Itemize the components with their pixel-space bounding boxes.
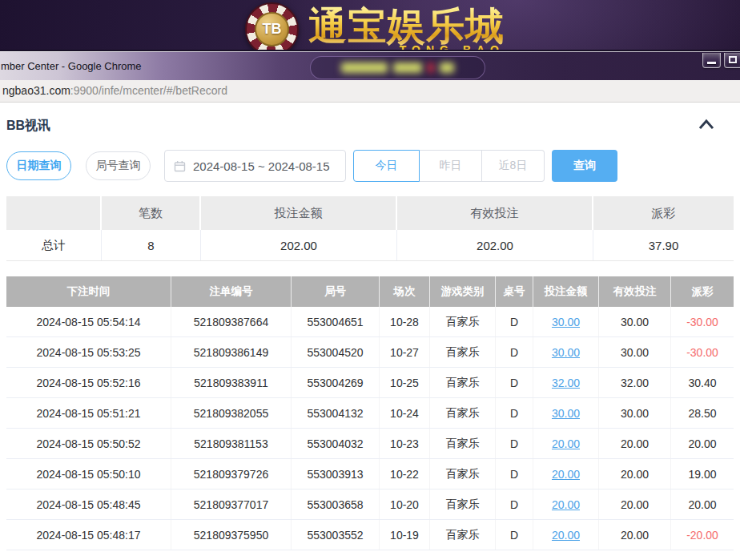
table-row: 2024-08-15 05:52:16521809383911553004269… xyxy=(6,368,734,398)
cell-payout: -20.00 xyxy=(671,520,734,550)
table-body: 2024-08-15 05:54:14521809387664553004651… xyxy=(6,307,734,550)
minimize-icon xyxy=(707,62,716,64)
cell-bet-time: 2024-08-15 05:50:52 xyxy=(6,429,171,458)
blurred-text-blob xyxy=(440,62,454,73)
cell-bet-amount[interactable]: 30.00 xyxy=(533,337,599,367)
casino-chip-icon: TB xyxy=(245,2,299,56)
table-row: 2024-08-15 05:53:25521809386149553004520… xyxy=(6,337,734,368)
cell-payout: -30.00 xyxy=(671,337,734,367)
chrome-urlbar[interactable]: ngbao31.com:9900/infe/mcenter/#/betRecor… xyxy=(0,80,740,103)
summary-table: 笔数投注金额有效投注派彩 总计8202.00202.0037.90 xyxy=(6,196,734,261)
cell-valid-bet: 20.00 xyxy=(599,429,671,458)
blurred-text-blob xyxy=(428,62,434,73)
cell-valid-bet: 30.00 xyxy=(599,398,671,428)
cell-game-type: 百家乐 xyxy=(430,398,496,428)
cell-session: 10-25 xyxy=(380,368,430,397)
cell-round-no: 553004032 xyxy=(292,429,380,458)
column-header-session: 场次 xyxy=(380,276,430,307)
cell-payout: 28.50 xyxy=(671,398,734,428)
cell-session: 10-28 xyxy=(380,307,430,336)
column-header-table-no: 桌号 xyxy=(496,276,533,307)
maximize-button[interactable] xyxy=(724,53,740,68)
summary-col-header xyxy=(6,196,102,230)
cell-payout: 30.40 xyxy=(671,368,734,397)
blurred-text-blob xyxy=(341,62,388,73)
cell-table-no: D xyxy=(496,398,533,428)
brand-name-cn: 通宝娱乐城 xyxy=(308,2,505,49)
blurred-text-blob xyxy=(393,62,422,73)
cell-session: 10-27 xyxy=(380,337,430,367)
cell-round-no: 553004132 xyxy=(292,398,380,428)
table-header-row: 下注时间注单编号局号场次游戏类别桌号投注金额有效投注派彩 xyxy=(6,276,734,307)
summary-col-header: 投注金额 xyxy=(201,196,397,230)
cell-order-no: 521809379726 xyxy=(171,459,292,489)
cell-table-no: D xyxy=(496,307,533,336)
chrome-titlebar[interactable]: mber Center - Google Chrome xyxy=(0,51,740,80)
cell-payout: 19.00 xyxy=(671,459,734,489)
table-row: 2024-08-15 05:50:10521809379726553003913… xyxy=(6,459,734,489)
cell-bet-amount[interactable]: 20.00 xyxy=(533,429,599,458)
url-domain: ngbao31.com xyxy=(2,84,70,97)
cell-game-type: 百家乐 xyxy=(430,307,496,336)
cell-session: 10-19 xyxy=(380,520,430,550)
summary-value: 202.00 xyxy=(397,230,593,260)
date-query-tab[interactable]: 日期查询 xyxy=(6,151,71,180)
cell-order-no: 521809377017 xyxy=(171,489,292,519)
cell-table-no: D xyxy=(496,337,533,367)
cell-bet-time: 2024-08-15 05:48:45 xyxy=(6,489,171,519)
cell-session: 10-20 xyxy=(380,489,430,519)
cell-round-no: 553003658 xyxy=(292,489,380,519)
cell-round-no: 553004269 xyxy=(292,368,380,397)
cell-round-no: 553004651 xyxy=(292,307,380,336)
yesterday-button[interactable]: 昨日 xyxy=(420,150,482,182)
table-row: 2024-08-15 05:54:14521809387664553004651… xyxy=(6,307,734,337)
cell-game-type: 百家乐 xyxy=(430,368,496,397)
cell-valid-bet: 32.00 xyxy=(599,368,671,397)
calendar-icon xyxy=(174,160,186,172)
column-header-bet-amount: 投注金额 xyxy=(533,276,599,307)
date-range-input[interactable]: 2024-08-15 ~ 2024-08-15 xyxy=(164,150,346,182)
blurred-balance-pill xyxy=(310,56,485,79)
cell-valid-bet: 20.00 xyxy=(599,459,671,489)
table-row: 2024-08-15 05:48:45521809377017553003658… xyxy=(6,489,734,520)
cell-bet-amount[interactable]: 32.00 xyxy=(533,368,599,397)
cell-valid-bet: 30.00 xyxy=(599,337,671,367)
table-row: 2024-08-15 05:50:52521809381153553004032… xyxy=(6,429,734,459)
collapse-toggle[interactable] xyxy=(698,118,717,132)
cell-bet-amount[interactable]: 30.00 xyxy=(533,398,599,428)
cell-valid-bet: 20.00 xyxy=(599,489,671,519)
cell-valid-bet: 20.00 xyxy=(599,520,671,550)
cell-bet-amount[interactable]: 30.00 xyxy=(533,307,599,336)
cell-order-no: 521809383911 xyxy=(171,368,292,397)
cell-order-no: 521809382055 xyxy=(171,398,292,428)
cell-game-type: 百家乐 xyxy=(430,429,496,458)
cell-payout: 20.00 xyxy=(671,489,734,519)
quick-range-group: 今日 昨日 近8日 xyxy=(353,150,545,182)
cell-payout: -30.00 xyxy=(671,307,734,336)
cell-order-no: 521809386149 xyxy=(171,337,292,367)
site-logo: TB 通宝娱乐城 TONG BAO xyxy=(245,2,505,56)
cell-round-no: 553004520 xyxy=(292,337,380,367)
column-header-game-type: 游戏类别 xyxy=(430,276,496,307)
minimize-button[interactable] xyxy=(702,53,721,68)
cell-session: 10-23 xyxy=(380,429,430,458)
url-path: :9900/infe/mcenter/#/betRecord xyxy=(70,84,227,97)
search-button[interactable]: 查询 xyxy=(552,150,617,182)
cell-round-no: 553003913 xyxy=(292,459,380,489)
cell-bet-time: 2024-08-15 05:51:21 xyxy=(6,398,171,428)
chevron-up-icon xyxy=(698,118,715,130)
summary-value: 202.00 xyxy=(201,230,397,260)
cell-game-type: 百家乐 xyxy=(430,459,496,489)
cell-table-no: D xyxy=(496,368,533,397)
cell-payout: 20.00 xyxy=(671,429,734,458)
cell-bet-time: 2024-08-15 05:50:10 xyxy=(6,459,171,489)
summary-total-label: 总计 xyxy=(6,230,102,260)
round-query-tab[interactable]: 局号查询 xyxy=(86,151,151,180)
cell-order-no: 521809381153 xyxy=(171,429,292,458)
section-title: BB视讯 xyxy=(6,118,50,135)
today-button[interactable]: 今日 xyxy=(353,150,420,182)
last-8-days-button[interactable]: 近8日 xyxy=(482,150,545,182)
cell-bet-amount[interactable]: 20.00 xyxy=(533,520,599,550)
cell-bet-amount[interactable]: 20.00 xyxy=(533,459,599,489)
cell-bet-amount[interactable]: 20.00 xyxy=(533,489,599,519)
